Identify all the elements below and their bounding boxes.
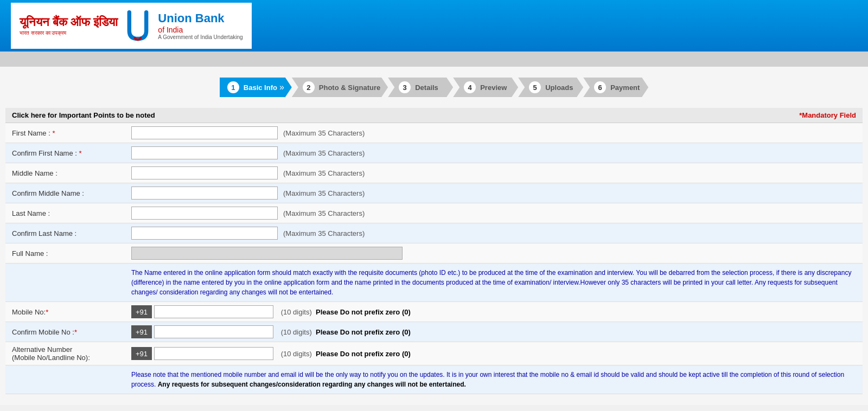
mobile-no-required-marker: * [46, 308, 48, 316]
mobile-no-row: Mobile No:* +91 (10 digits) Please Do no… [5, 302, 863, 322]
step-3-label: Details [415, 84, 438, 92]
step-6-payment[interactable]: 6 Payment [583, 78, 648, 97]
confirm-middle-name-label: Confirm Middle Name : [12, 189, 131, 197]
confirm-first-name-label: Confirm First Name : * [12, 149, 131, 157]
step-1-number: 1 [227, 81, 239, 93]
bottom-mobile-note: Please note that the mentioned mobile nu… [5, 365, 863, 394]
steps-wizard: 1 Basic Info » 2 Photo & Signature 3 Det… [0, 78, 868, 97]
confirm-mobile-required-marker: * [74, 328, 77, 336]
page-header: यूनियन बैंक ऑफ इंडिया भारत सरकार का उपक्… [0, 0, 868, 52]
first-name-row: First Name : * (Maximum 35 Characters) [5, 123, 863, 143]
confirm-first-name-hint: (Maximum 35 Characters) [283, 149, 365, 157]
first-name-hint: (Maximum 35 Characters) [283, 129, 365, 137]
logo-box: यूनियन बैंक ऑफ इंडिया भारत सरकार का उपक्… [11, 3, 252, 49]
english-logo-text: Union Bank of India A Government of Indi… [158, 11, 242, 40]
name-warning-text: The Name entered in the online applicati… [5, 264, 863, 302]
step-4-preview[interactable]: 4 Preview [453, 78, 518, 97]
full-name-row: Full Name : [5, 243, 863, 264]
middle-name-hint: (Maximum 35 Characters) [283, 169, 365, 177]
confirm-last-name-hint: (Maximum 35 Characters) [283, 229, 365, 237]
mandatory-label: *Mandatory Field [799, 111, 856, 119]
step-6-label: Payment [610, 84, 640, 92]
confirm-first-name-required-marker: * [79, 149, 82, 157]
confirm-middle-name-input[interactable] [131, 187, 278, 200]
step-1-label: Basic Info [244, 84, 277, 92]
hindi-text: यूनियन बैंक ऑफ इंडिया [20, 15, 118, 29]
alternative-bold-note: Please Do not prefix zero (0) [312, 350, 411, 358]
step-2-photo-signature[interactable]: 2 Photo & Signature [292, 78, 388, 97]
confirm-mobile-digits-hint: (10 digits) [279, 328, 312, 336]
step-2-number: 2 [303, 81, 315, 93]
last-name-label: Last Name : [12, 209, 131, 217]
hindi-sub-text: भारत सरकार का उपक्रम [20, 30, 118, 36]
step-4-label: Preview [480, 84, 507, 92]
step-1-basic-info[interactable]: 1 Basic Info » [220, 78, 292, 97]
last-name-input[interactable] [131, 207, 278, 220]
step-2-label: Photo & Signature [319, 84, 380, 92]
confirm-middle-name-hint: (Maximum 35 Characters) [283, 189, 365, 197]
sub-header-bar [0, 52, 868, 67]
last-name-row: Last Name : (Maximum 35 Characters) [5, 203, 863, 223]
first-name-input[interactable] [131, 126, 278, 139]
step-3-details[interactable]: 3 Details [388, 78, 453, 97]
confirm-last-name-label: Confirm Last Name : [12, 229, 131, 237]
full-name-label: Full Name : [12, 249, 131, 258]
mobile-prefix-3: +91 [131, 347, 152, 360]
bottom-note-bold-text: Any requests for subsequent changes/cons… [158, 381, 466, 388]
mobile-no-digits-hint: (10 digits) [279, 308, 312, 316]
confirm-mobile-bold-note: Please Do not prefix zero (0) [312, 328, 411, 336]
hindi-logo-text: यूनियन बैंक ऑफ इंडिया भारत सरकार का उपक्… [20, 15, 118, 36]
alternative-number-input[interactable] [154, 347, 273, 360]
step-5-uploads[interactable]: 5 Uploads [518, 78, 583, 97]
mobile-no-label: Mobile No:* [12, 308, 131, 316]
full-name-input [131, 247, 403, 260]
mobile-prefix-2: +91 [131, 325, 152, 338]
confirm-mobile-no-label: Confirm Mobile No :* [12, 328, 131, 336]
alternative-number-row: Alternative Number(Mobile No/Landline No… [5, 342, 863, 365]
confirm-mobile-no-input[interactable] [154, 325, 273, 338]
bank-govt-label: A Government of India Undertaking [158, 34, 242, 40]
first-name-label: First Name : * [12, 129, 131, 137]
mobile-prefix-1: +91 [131, 305, 152, 318]
confirm-first-name-row: Confirm First Name : * (Maximum 35 Chara… [5, 143, 863, 163]
confirm-last-name-row: Confirm Last Name : (Maximum 35 Characte… [5, 223, 863, 243]
mobile-no-bold-note: Please Do not prefix zero (0) [312, 308, 411, 316]
union-bank-u-icon [124, 10, 151, 42]
bank-name-english: Union Bank [158, 11, 242, 25]
step-3-number: 3 [399, 81, 411, 93]
confirm-first-name-input[interactable] [131, 146, 278, 159]
middle-name-row: Middle Name : (Maximum 35 Characters) [5, 163, 863, 183]
important-note-bar: Click here for Important Points to be no… [5, 108, 863, 123]
confirm-last-name-input[interactable] [131, 227, 278, 240]
confirm-mobile-no-row: Confirm Mobile No :* +91 (10 digits) Ple… [5, 322, 863, 342]
important-note-link[interactable]: Click here for Important Points to be no… [12, 111, 155, 119]
step-6-number: 6 [594, 81, 606, 93]
middle-name-input[interactable] [131, 166, 278, 179]
last-name-hint: (Maximum 35 Characters) [283, 209, 365, 217]
first-name-required-marker: * [52, 129, 55, 137]
middle-name-label: Middle Name : [12, 169, 131, 177]
step-1-arrows: » [279, 82, 284, 92]
main-content: 1 Basic Info » 2 Photo & Signature 3 Det… [0, 67, 868, 405]
alternative-number-label: Alternative Number(Mobile No/Landline No… [12, 345, 131, 362]
form-wrapper: Click here for Important Points to be no… [5, 108, 863, 394]
alternative-digits-hint: (10 digits) [279, 350, 312, 358]
step-5-label: Uploads [545, 84, 573, 92]
bank-name-sub: of India [158, 25, 242, 34]
step-5-number: 5 [529, 81, 541, 93]
mobile-no-input[interactable] [154, 305, 273, 318]
step-4-number: 4 [464, 81, 476, 93]
confirm-middle-name-row: Confirm Middle Name : (Maximum 35 Charac… [5, 183, 863, 203]
